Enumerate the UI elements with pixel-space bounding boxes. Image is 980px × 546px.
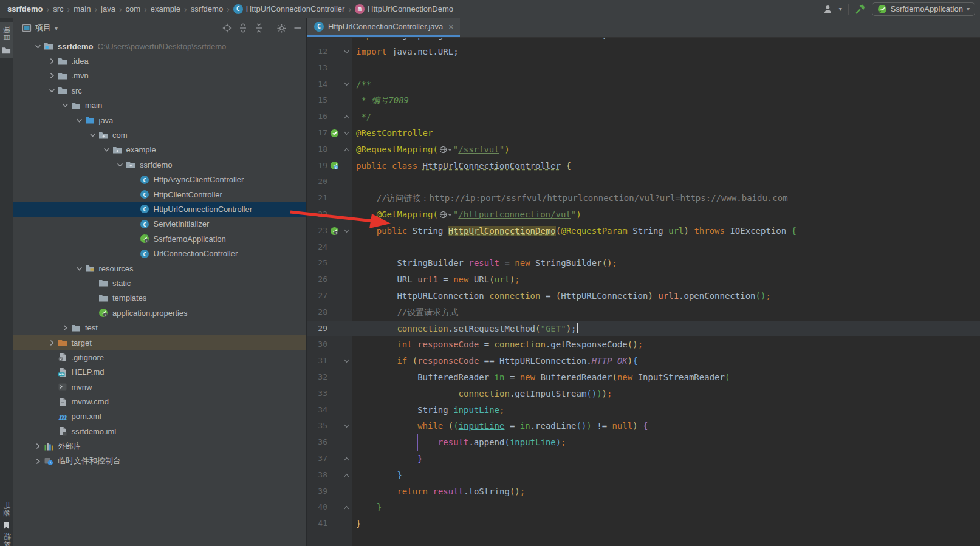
chevron-right-icon[interactable] bbox=[47, 58, 57, 64]
code-line-28[interactable]: 28 //设置请求方式 bbox=[307, 304, 980, 321]
code-line-39[interactable]: 39 return result.toString(); bbox=[307, 483, 980, 500]
code-line-14[interactable]: 14/** bbox=[307, 77, 980, 93]
fold-marker-icon[interactable] bbox=[341, 223, 352, 239]
editor-tab[interactable]: C HttpUrlConnectionController.java × bbox=[307, 18, 460, 37]
fold-marker-icon[interactable] bbox=[341, 418, 352, 434]
url-inlay-globe-icon[interactable] bbox=[439, 146, 452, 154]
chevron-right-icon[interactable] bbox=[47, 72, 57, 79]
code-line-25[interactable]: 25 StringBuilder result = new StringBuil… bbox=[307, 255, 980, 271]
hide-icon[interactable] bbox=[293, 23, 303, 33]
tree-item-.gitignore[interactable]: .gitignore bbox=[13, 350, 306, 364]
chevron-down-icon[interactable] bbox=[74, 117, 84, 124]
fold-marker-icon[interactable] bbox=[341, 125, 352, 142]
code-line-22[interactable]: 22 @GetMapping("/httpurlconnection/vul") bbox=[307, 206, 980, 223]
tree-item-main[interactable]: main bbox=[13, 98, 306, 113]
tree-item-templates[interactable]: templates bbox=[13, 291, 306, 305]
tree-item-ssrfdemo[interactable]: ssrfdemo bbox=[13, 157, 306, 172]
breadcrumb-item[interactable]: ssrfdemo bbox=[7, 4, 43, 13]
code-line-30[interactable]: 30 int responseCode = connection.getResp… bbox=[307, 336, 980, 353]
code-line-38[interactable]: 38 } bbox=[307, 467, 980, 483]
collapse-all-icon[interactable] bbox=[254, 23, 264, 33]
code-line-32[interactable]: 32 BufferedReader in = new BufferedReade… bbox=[307, 369, 980, 386]
tree-item-HELP.md[interactable]: MDHELP.md bbox=[13, 365, 306, 380]
code-line-16[interactable]: 16 */ bbox=[307, 109, 980, 125]
code-line-20[interactable]: 20 bbox=[307, 174, 980, 190]
code-line-13[interactable]: 13 bbox=[307, 60, 980, 77]
code-line-37[interactable]: 37 } bbox=[307, 451, 980, 467]
tree-item-mvnw[interactable]: mvnw bbox=[13, 380, 306, 394]
fold-marker-icon[interactable] bbox=[341, 142, 352, 158]
tree-item-HttpAsyncClientController[interactable]: CHttpAsyncClientController bbox=[13, 172, 306, 187]
tree-item-.idea[interactable]: .idea bbox=[13, 53, 306, 68]
tree-item-pom.xml[interactable]: mpom.xml bbox=[13, 409, 306, 424]
locate-icon[interactable] bbox=[222, 23, 232, 33]
tree-item-临时文件和控制台[interactable]: 临时文件和控制台 bbox=[13, 454, 306, 468]
fold-marker-icon[interactable] bbox=[341, 44, 352, 60]
code-line-21[interactable]: 21 //访问链接：http://ip:port/ssrfvul/httpurl… bbox=[307, 190, 980, 206]
tree-item-application.properties[interactable]: application.properties bbox=[13, 305, 306, 320]
chevron-down-icon[interactable] bbox=[60, 102, 70, 109]
code-line-15[interactable]: 15 * 编号7089 bbox=[307, 92, 980, 109]
tree-item-SsrfdemoApplication[interactable]: SsrfdemoApplication bbox=[13, 231, 306, 246]
code-line-26[interactable]: 26 URL url1 = new URL(url); bbox=[307, 271, 980, 288]
code-line[interactable]: import org.springframework.web.bind.anno… bbox=[307, 38, 980, 44]
tree-item-com[interactable]: com bbox=[13, 128, 306, 142]
code-line-40[interactable]: 40 } bbox=[307, 499, 980, 516]
stripe-button-bookmarks[interactable]: 书签 bbox=[0, 497, 13, 533]
build-hammer-icon[interactable] bbox=[855, 4, 866, 15]
fold-marker-icon[interactable] bbox=[341, 109, 352, 125]
code-line-29[interactable]: 29 connection.setRequestMethod("GET"); bbox=[307, 321, 980, 337]
tree-item-static[interactable]: static bbox=[13, 276, 306, 290]
chevron-down-icon[interactable] bbox=[74, 265, 84, 272]
code-line-27[interactable]: 27 HttpURLConnection connection = (HttpU… bbox=[307, 288, 980, 304]
chevron-right-icon[interactable] bbox=[33, 443, 43, 449]
chevron-right-icon[interactable] bbox=[47, 340, 57, 346]
chevron-down-icon[interactable] bbox=[101, 146, 112, 153]
url-inlay-globe-icon[interactable] bbox=[439, 211, 452, 219]
chevron-down-icon[interactable] bbox=[47, 87, 57, 94]
expand-all-icon[interactable] bbox=[238, 23, 248, 33]
code-line-12[interactable]: 12import java.net.URL; bbox=[307, 44, 980, 60]
tree-item-.mvn[interactable]: .mvn bbox=[13, 69, 306, 83]
fold-marker-icon[interactable] bbox=[341, 467, 352, 483]
fold-marker-icon[interactable] bbox=[341, 499, 352, 516]
stripe-button-project[interactable]: 项目 bbox=[0, 22, 13, 58]
breadcrumb-item[interactable]: CHttpUrlConnectionController bbox=[233, 4, 345, 14]
tree-item-target[interactable]: target bbox=[13, 335, 306, 350]
code-line-19[interactable]: 19epublic class HttpUrlConnectionControl… bbox=[307, 158, 980, 174]
chevron-right-icon[interactable] bbox=[60, 324, 70, 331]
code-line-17[interactable]: 17@RestController bbox=[307, 125, 980, 142]
tree-item-resources[interactable]: resources bbox=[13, 261, 306, 276]
project-view-icon[interactable] bbox=[22, 23, 32, 33]
breadcrumb-item[interactable]: com bbox=[126, 4, 141, 13]
fold-marker-icon[interactable] bbox=[341, 353, 352, 369]
breadcrumb-item[interactable]: java bbox=[101, 4, 115, 13]
code-line-41[interactable]: 41} bbox=[307, 516, 980, 532]
spring-bean-gutter-icon[interactable] bbox=[327, 125, 341, 142]
chevron-right-icon[interactable] bbox=[33, 458, 43, 465]
code-line-24[interactable]: 24 bbox=[307, 239, 980, 256]
stripe-button-structure[interactable]: 结构 bbox=[0, 533, 13, 546]
code-line-33[interactable]: 33 connection.getInputStream())); bbox=[307, 386, 980, 402]
breadcrumb-item[interactable]: src bbox=[53, 4, 63, 13]
code-line-35[interactable]: 35 while ((inputLine = in.readLine()) !=… bbox=[307, 418, 980, 434]
tree-item-mvnw.cmd[interactable]: mvnw.cmd bbox=[13, 394, 306, 409]
project-panel-title[interactable]: 项目 bbox=[35, 22, 51, 33]
code-area[interactable]: import org.springframework.web.bind.anno… bbox=[307, 38, 980, 546]
user-icon[interactable] bbox=[823, 4, 833, 14]
settings-icon[interactable] bbox=[276, 23, 287, 33]
spring-mapping-gutter-icon[interactable] bbox=[327, 223, 341, 239]
chevron-down-icon[interactable] bbox=[115, 162, 125, 168]
code-line-31[interactable]: 31 if (responseCode == HttpURLConnection… bbox=[307, 353, 980, 369]
tree-item-ssrfdemo.iml[interactable]: ssrfdemo.iml bbox=[13, 424, 306, 439]
code-line-36[interactable]: 36 result.append(inputLine); bbox=[307, 434, 980, 451]
tree-item-ServletInitializer[interactable]: CServletInitializer bbox=[13, 217, 306, 231]
breadcrumb-item[interactable]: mHttpUrlConnectionDemo bbox=[355, 4, 453, 14]
tree-item-test[interactable]: test bbox=[13, 320, 306, 335]
tree-item-ssrfdemo[interactable]: ssrfdemoC:\Users\powerful\Desktop\ssrfde… bbox=[13, 39, 306, 53]
run-configuration-selector[interactable]: SsrfdemoApplication ▾ bbox=[872, 2, 975, 16]
fold-marker-icon[interactable] bbox=[341, 451, 352, 467]
tree-item-src[interactable]: src bbox=[13, 83, 306, 98]
tree-item-HttpClientController[interactable]: CHttpClientController bbox=[13, 187, 306, 202]
code-line-23[interactable]: 23 public String HttpUrlConnectionDemo(@… bbox=[307, 223, 980, 239]
